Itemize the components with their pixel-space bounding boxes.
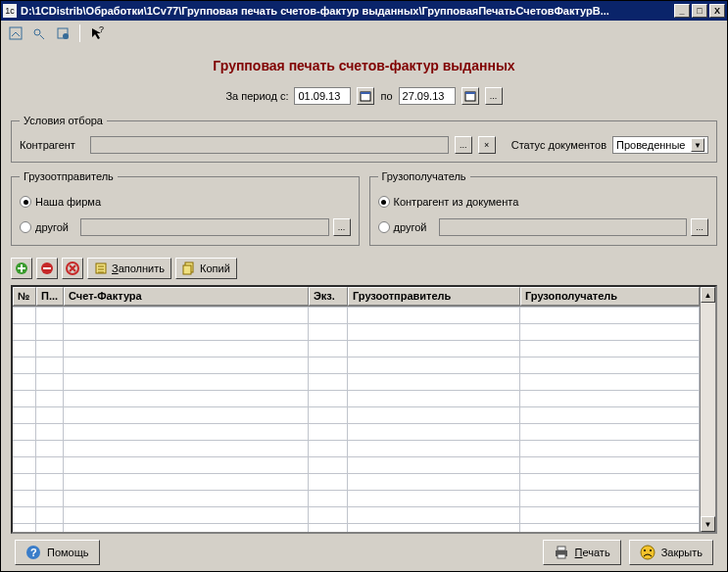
- counterparty-clear-button[interactable]: ×: [478, 136, 496, 154]
- svg-point-21: [641, 546, 655, 559]
- sender-opt2[interactable]: другой ...: [20, 217, 351, 237]
- minus-icon: [40, 262, 54, 275]
- footer: ? Помощь Печать Закрыть: [11, 534, 717, 565]
- date-from-input[interactable]: [294, 87, 351, 105]
- scroll-down-icon[interactable]: ▼: [701, 516, 715, 532]
- print-button[interactable]: Печать: [543, 540, 621, 565]
- action-bar: Заполнить Копий: [11, 258, 717, 279]
- copies-icon: [182, 262, 196, 275]
- col-copies[interactable]: Экз.: [309, 287, 348, 306]
- maximize-button[interactable]: □: [692, 4, 707, 18]
- app-icon: 1c: [3, 4, 17, 18]
- svg-point-1: [34, 29, 40, 35]
- sender-other-input[interactable]: [80, 218, 329, 236]
- counterparty-input[interactable]: [90, 136, 449, 154]
- col-num[interactable]: №: [13, 287, 36, 306]
- date-to-calendar-icon[interactable]: [461, 87, 479, 105]
- svg-rect-7: [361, 92, 370, 94]
- status-label: Статус документов: [511, 139, 607, 151]
- svg-point-4: [63, 33, 69, 39]
- sender-fieldset: Грузоотправитель Наша фирма другой ...: [11, 170, 360, 246]
- sender-receiver-row: Грузоотправитель Наша фирма другой ... Г…: [11, 170, 717, 254]
- toolbar-separator: [79, 24, 80, 42]
- app-window: 1c D:\1CDistrib\Обработки\1Cv77\Группова…: [0, 0, 728, 572]
- fill-icon: [94, 262, 108, 275]
- svg-text:?: ?: [30, 547, 37, 558]
- svg-point-23: [650, 549, 652, 551]
- grid-vscroll[interactable]: ▲ ▼: [700, 287, 715, 532]
- close-button[interactable]: Закрыть: [629, 540, 713, 565]
- plus-icon: [15, 262, 28, 275]
- remove-button[interactable]: [36, 258, 58, 279]
- minimize-button[interactable]: _: [674, 4, 690, 18]
- period-from-label: За период с:: [225, 90, 288, 102]
- scroll-track[interactable]: [701, 303, 715, 516]
- toolbar-icon-2[interactable]: [30, 24, 48, 42]
- receiver-other-input[interactable]: [439, 218, 688, 236]
- toolbar-icon-1[interactable]: [7, 24, 24, 42]
- status-value: Проведенные: [616, 139, 685, 151]
- col-invoice[interactable]: Счет-Фактура: [64, 287, 309, 306]
- help-icon: ?: [25, 545, 41, 560]
- sender-opt1-label: Наша фирма: [35, 196, 101, 208]
- svg-rect-15: [183, 265, 191, 274]
- print-label: Печать: [575, 547, 610, 558]
- svg-rect-20: [558, 554, 565, 558]
- add-button[interactable]: [11, 258, 32, 279]
- col-receiver[interactable]: Грузополучатель: [520, 287, 700, 306]
- period-ellipsis-button[interactable]: ...: [485, 87, 503, 105]
- page-title: Групповая печать счетов-фактур выданных: [11, 58, 717, 73]
- sender-opt1[interactable]: Наша фирма: [20, 192, 351, 212]
- content-area: Групповая печать счетов-фактур выданных …: [1, 46, 727, 571]
- receiver-other-lookup-button[interactable]: ...: [691, 218, 708, 236]
- receiver-opt1-label: Контрагент из документа: [394, 196, 519, 208]
- period-row: За период с: по ...: [11, 87, 717, 105]
- close-label: Закрыть: [661, 547, 703, 558]
- sad-face-icon: [640, 545, 655, 560]
- svg-text:?: ?: [99, 26, 104, 34]
- copies-button[interactable]: Копий: [175, 258, 237, 279]
- receiver-opt2-label: другой: [394, 221, 435, 233]
- radio-icon: [20, 196, 31, 208]
- receiver-legend: Грузополучатель: [378, 170, 470, 182]
- date-from-calendar-icon[interactable]: [357, 87, 374, 105]
- radio-icon: [378, 221, 390, 233]
- scroll-up-icon[interactable]: ▲: [701, 287, 715, 303]
- copies-label: Копий: [200, 262, 230, 274]
- radio-icon: [20, 221, 31, 233]
- radio-icon: [378, 196, 390, 208]
- sender-other-lookup-button[interactable]: ...: [333, 218, 351, 236]
- svg-rect-19: [558, 547, 565, 550]
- status-combo[interactable]: Проведенные ▼: [612, 136, 708, 154]
- sender-legend: Грузоотправитель: [20, 170, 118, 182]
- receiver-opt1[interactable]: Контрагент из документа: [378, 192, 709, 212]
- col-p[interactable]: П...: [36, 287, 64, 306]
- clear-button[interactable]: [62, 258, 83, 279]
- close-window-button[interactable]: X: [709, 4, 725, 18]
- toolbar: ?: [1, 21, 727, 46]
- svg-rect-9: [465, 92, 475, 94]
- grid-body[interactable]: [13, 307, 700, 532]
- filter-legend: Условия отбора: [20, 115, 107, 126]
- receiver-opt2[interactable]: другой ...: [378, 217, 709, 237]
- sender-opt2-label: другой: [35, 221, 76, 233]
- help-pointer-icon[interactable]: ?: [88, 24, 106, 42]
- clear-icon: [66, 262, 79, 275]
- printer-icon: [554, 545, 569, 560]
- chevron-down-icon: ▼: [691, 138, 704, 152]
- fill-button[interactable]: Заполнить: [87, 258, 171, 279]
- window-title: D:\1CDistrib\Обработки\1Cv77\Групповая п…: [21, 5, 672, 17]
- data-grid[interactable]: № П... Счет-Фактура Экз. Грузоотправител…: [11, 285, 717, 534]
- grid-header: № П... Счет-Фактура Экз. Грузоотправител…: [13, 287, 700, 307]
- col-sender[interactable]: Грузоотправитель: [348, 287, 520, 306]
- toolbar-icon-3[interactable]: [54, 24, 72, 42]
- filter-fieldset: Условия отбора Контрагент ... × Статус д…: [11, 115, 717, 163]
- date-to-input[interactable]: [399, 87, 456, 105]
- counterparty-lookup-button[interactable]: ...: [455, 136, 472, 154]
- svg-rect-0: [10, 27, 22, 39]
- receiver-fieldset: Грузополучатель Контрагент из документа …: [369, 170, 718, 246]
- help-label: Помощь: [47, 547, 89, 558]
- titlebar: 1c D:\1CDistrib\Обработки\1Cv77\Группова…: [1, 1, 727, 21]
- help-button[interactable]: ? Помощь: [15, 540, 100, 565]
- svg-line-2: [40, 35, 44, 39]
